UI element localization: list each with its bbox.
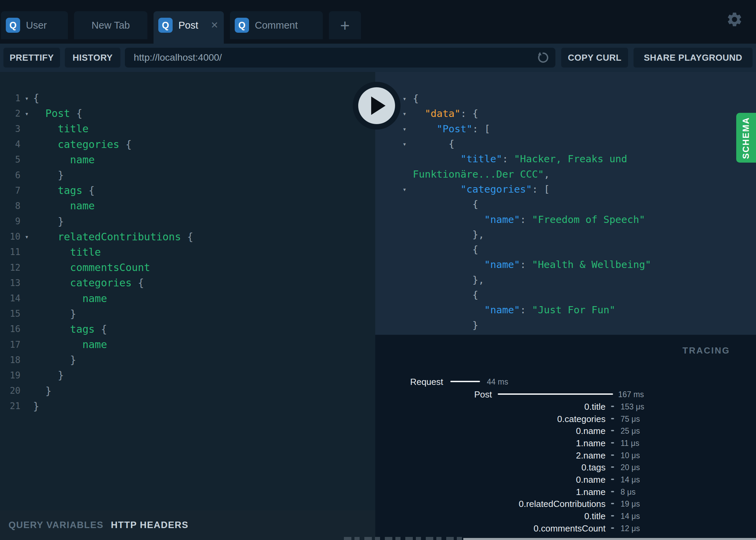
line-number: 7 <box>0 185 20 196</box>
code-text: title <box>33 123 89 135</box>
query-code: 1▾{2▾Post {3title4categories {5name6}7ta… <box>0 90 375 414</box>
response-pane: ▾{▾"data": {▾"Post": [▾{"title": "Hacker… <box>375 72 756 335</box>
tracing-dash-icon <box>611 491 614 492</box>
tab-post[interactable]: QPost✕ <box>154 11 224 44</box>
tracing-dash-icon <box>611 466 614 468</box>
settings-gear-icon[interactable] <box>726 11 743 28</box>
reload-schema-icon[interactable] <box>536 51 550 64</box>
code-text: "title": "Hacker, Freaks und <box>375 153 627 165</box>
code-text: } <box>33 385 52 397</box>
query-badge-icon: Q <box>6 18 20 33</box>
code-text: } <box>33 215 64 227</box>
editor-footer-bar: QUERY VARIABLES HTTP HEADERS <box>0 510 375 540</box>
code-text: }, <box>375 229 484 240</box>
tracing-field-label: 1.name <box>576 438 606 449</box>
tracing-field-value: 14 μs <box>621 512 640 521</box>
editor-line: 14name <box>0 290 375 306</box>
tab-user[interactable]: QUser <box>1 11 68 39</box>
response-line: ▾"data": { <box>375 106 756 121</box>
fold-arrow-icon[interactable]: ▾ <box>20 233 33 240</box>
copy-curl-button[interactable]: COPY CURL <box>561 48 628 68</box>
code-text: } <box>33 308 76 320</box>
tracing-span-bar <box>450 381 480 382</box>
response-line: "name": "Freedom of Speech" <box>375 212 756 227</box>
fold-arrow-icon[interactable]: ▾ <box>403 110 406 117</box>
response-json: ▾{▾"data": {▾"Post": [▾{"title": "Hacker… <box>375 91 756 335</box>
play-icon <box>358 87 395 124</box>
editor-line: 9} <box>0 214 375 229</box>
fold-arrow-icon[interactable]: ▾ <box>20 110 33 117</box>
tracing-dash-icon <box>611 527 614 529</box>
share-playground-button[interactable]: SHARE PLAYGROUND <box>634 48 753 68</box>
tab-label: Comment <box>255 20 298 31</box>
tracing-dash-icon <box>611 430 614 431</box>
tracing-field-label: 1.name <box>576 487 606 497</box>
query-variables-tab[interactable]: QUERY VARIABLES <box>9 520 104 530</box>
prettify-button[interactable]: PRETTIFY <box>3 48 60 68</box>
fold-arrow-icon[interactable]: ▾ <box>20 94 33 102</box>
clipped-text-sliver <box>344 537 463 540</box>
execute-query-button[interactable] <box>353 82 401 130</box>
response-line: "name": "Just For Fun" <box>375 302 756 317</box>
line-number: 12 <box>0 262 20 273</box>
tracing-dash-icon <box>611 406 614 407</box>
response-line: }, <box>375 272 756 287</box>
code-text: { <box>33 92 39 104</box>
toolbar: PRETTIFY HISTORY COPY CURL SHARE PLAYGRO… <box>0 44 756 72</box>
tracing-field-value: 14 μs <box>621 475 640 484</box>
response-line: ▾"Post": [ <box>375 121 756 136</box>
fold-arrow-icon[interactable]: ▾ <box>403 185 406 193</box>
response-line: { <box>375 242 756 257</box>
close-tab-icon[interactable]: ✕ <box>210 21 218 30</box>
response-line: { <box>375 287 756 302</box>
tracing-field-label: 2.name <box>576 450 606 461</box>
editor-line: 17name <box>0 337 375 352</box>
code-text: } <box>33 400 39 412</box>
code-text: "name": "Just For Fun" <box>375 304 615 316</box>
tracing-dash-icon <box>611 442 614 444</box>
endpoint-url-input[interactable] <box>125 48 555 68</box>
tab-label: User <box>26 20 47 31</box>
editor-line: 13categories { <box>0 275 375 290</box>
editor-line: 21} <box>0 399 375 414</box>
response-line: Funktionäre...Der CCC", <box>375 166 756 181</box>
line-number: 9 <box>0 216 20 226</box>
fold-arrow-icon[interactable]: ▾ <box>403 95 406 102</box>
tab-new-tab[interactable]: New Tab <box>74 11 147 39</box>
line-number: 1 <box>0 93 20 103</box>
http-headers-tab[interactable]: HTTP HEADERS <box>111 520 189 530</box>
line-number: 17 <box>0 340 20 350</box>
editor-line: 10▾relatedContributions { <box>0 229 375 244</box>
tracing-dash-icon <box>611 515 614 516</box>
tracing-field-label: 0.name <box>576 426 606 436</box>
tracing-field-label: 0.title <box>584 511 606 522</box>
fold-arrow-icon[interactable]: ▾ <box>403 125 406 133</box>
code-text: name <box>33 292 107 304</box>
graphql-playground-window: QUserNew TabQPost✕QComment+ PRETTIFY HIS… <box>0 0 756 540</box>
code-text: "categories": [ <box>375 183 550 195</box>
schema-side-tab[interactable]: SCHEMA <box>736 113 756 163</box>
line-number: 2 <box>0 108 20 119</box>
endpoint-url-bar <box>125 48 555 68</box>
new-tab-button[interactable]: + <box>329 11 361 39</box>
query-badge-icon: Q <box>235 18 249 33</box>
line-number: 21 <box>0 401 20 411</box>
response-line: ▾{ <box>375 136 756 151</box>
editor-line: 4categories { <box>0 137 375 152</box>
fold-arrow-icon[interactable]: ▾ <box>403 140 406 148</box>
code-text: } <box>33 354 76 366</box>
line-number: 14 <box>0 293 20 303</box>
tab-comment[interactable]: QComment <box>230 11 323 39</box>
horizontal-scrollbar[interactable] <box>463 538 756 540</box>
response-line: }, <box>375 227 756 242</box>
code-text: categories { <box>33 277 144 289</box>
tracing-field-label: 0.categories <box>557 414 606 424</box>
code-text: { <box>375 244 478 255</box>
query-editor[interactable]: 1▾{2▾Post {3title4categories {5name6}7ta… <box>0 72 375 510</box>
line-number: 3 <box>0 124 20 134</box>
history-button[interactable]: HISTORY <box>65 48 120 68</box>
code-text: "name": "Health & Wellbeing" <box>375 259 651 270</box>
editor-line: 2▾Post { <box>0 106 375 121</box>
tracing-field-label: 0.relatedContributions <box>519 499 606 509</box>
code-text: } <box>375 319 478 331</box>
